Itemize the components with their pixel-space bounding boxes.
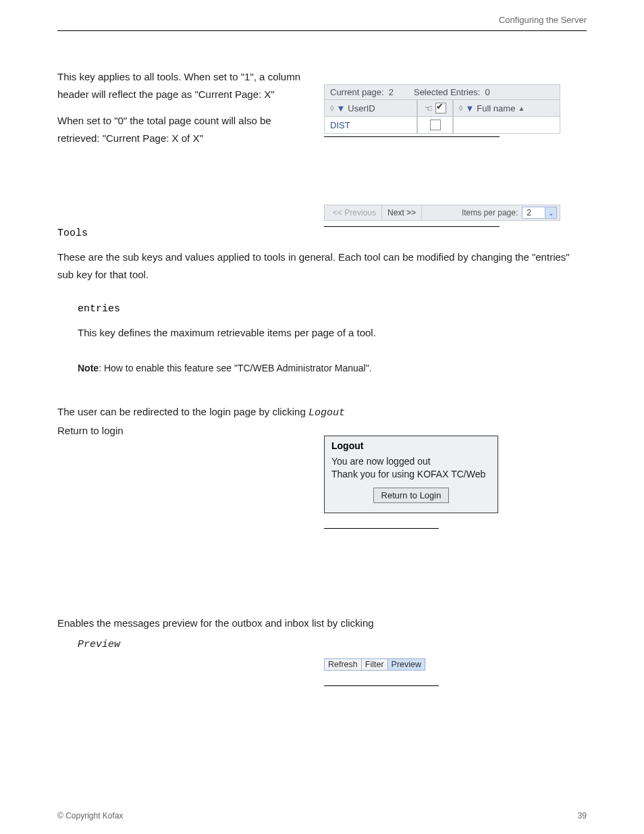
sort-asc-icon: ▲ [518, 105, 525, 112]
top-rule [57, 30, 587, 31]
current-page-value: 2 [389, 87, 394, 97]
tools-paragraph: These are the sub keys and values applie… [57, 251, 570, 280]
chevron-down-icon: ⌄ [545, 207, 556, 218]
checkbox-icon [430, 120, 441, 130]
sort-icon: ◊ [459, 104, 462, 112]
para-fastcount-2: When set to "0" the total page count wil… [57, 115, 271, 144]
return-to-login-button[interactable]: Return to Login [373, 488, 450, 503]
column-header-checkbox[interactable]: ☜ [417, 100, 453, 117]
filter-button[interactable]: Filter [362, 658, 388, 671]
heading-entries: entries [78, 303, 587, 315]
selected-entries-value: 0 [485, 87, 489, 97]
refresh-button[interactable]: Refresh [324, 658, 362, 671]
preview-paragraph: Enables the messages preview for the out… [57, 617, 374, 629]
table-cell-checkbox[interactable] [417, 117, 453, 134]
para-fastcount-1: This key applies to all tools. When set … [57, 71, 300, 100]
filter-icon: ▼ [465, 103, 474, 113]
selected-entries-label: Selected Entries: [414, 87, 480, 97]
figure-header-table: Current page: 2 Selected Entries: 0 ◊ ▼ … [324, 84, 560, 137]
figure-paging-bar: << Previous Next >> Items per page: 2 ⌄ [324, 205, 560, 227]
figure-logout-box: Logout You are now logged out Thank you … [324, 436, 498, 529]
figure-toolbar: Refresh Filter Preview [324, 658, 439, 686]
page-header-right: Configuring the Server [499, 15, 587, 25]
preview-code: Preview [78, 639, 120, 650]
logout-code: Logout [308, 407, 345, 419]
note-label: Note [78, 363, 99, 373]
logout-line2: Thank you for using KOFAX TC/Web [331, 468, 491, 481]
footer-page-number: 39 [578, 811, 587, 820]
table-cell-fullname [453, 117, 560, 134]
column-header-userid[interactable]: ◊ ▼ UserID [324, 100, 417, 117]
note-text: : How to enable this feature see "TC/WEB… [99, 363, 371, 373]
current-page-label: Current page: [330, 87, 384, 97]
logout-box-title: Logout [325, 436, 498, 454]
next-button[interactable]: Next >> [381, 206, 422, 219]
heading-tools: Tools [57, 228, 587, 239]
checkbox-checked-icon [435, 103, 446, 113]
filter-icon: ▼ [336, 103, 345, 113]
items-per-page-dropdown[interactable]: 2 ⌄ [522, 207, 557, 219]
column-header-fullname[interactable]: ◊ ▼ Full name ▲ [453, 100, 560, 117]
logout-link-text: Return to login [57, 422, 587, 440]
preview-button[interactable]: Preview [388, 658, 425, 671]
entries-paragraph: This key defines the maximum retrievable… [78, 327, 376, 338]
items-per-page-label: Items per page: [462, 208, 518, 217]
hand-icon: ☜ [425, 103, 433, 113]
previous-button: << Previous [327, 206, 381, 219]
logout-line1: You are now logged out [331, 455, 491, 468]
table-cell-userid: DIST [324, 117, 417, 134]
sort-icon: ◊ [330, 104, 333, 112]
logout-paragraph: The user can be redirected to the login … [57, 406, 306, 417]
footer-left: © Copyright Kofax [57, 811, 124, 820]
